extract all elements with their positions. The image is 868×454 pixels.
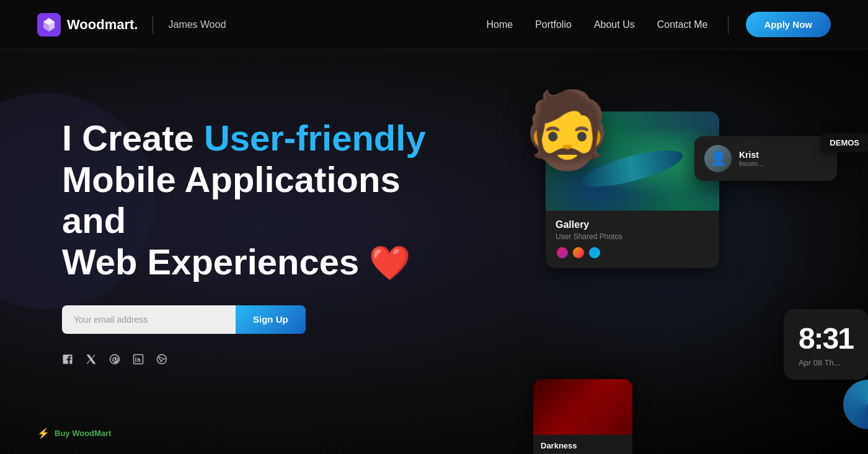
- notif-name: Krist: [739, 150, 763, 160]
- demos-badge: DEMOS: [821, 133, 868, 152]
- apply-now-button[interactable]: Apply Now: [746, 12, 831, 37]
- notif-avatar: 👤: [704, 145, 732, 172]
- nav-links: Home Portfolio About Us Contact Me: [486, 19, 707, 30]
- darkness-thumbnail: [533, 379, 632, 435]
- mini-avatar-3: [588, 246, 601, 260]
- buy-icon: ⚡: [37, 427, 50, 439]
- avatar-emoji: 🧔: [521, 87, 614, 174]
- gallery-subtitle: User Shared Photos: [556, 232, 709, 241]
- hero-title-part1: I Create: [62, 118, 204, 158]
- facebook-icon[interactable]: [62, 354, 73, 368]
- nav-portfolio[interactable]: Portfolio: [535, 19, 572, 30]
- nav-divider2: [728, 15, 728, 34]
- buy-woodmart-link[interactable]: ⚡ Buy WoodMart: [37, 427, 111, 439]
- gallery-footer: Gallery User Shared Photos: [546, 211, 719, 268]
- pinterest-icon[interactable]: [109, 354, 120, 368]
- nav-subtitle: James Wood: [168, 19, 226, 30]
- mini-avatar-1: [556, 246, 569, 260]
- navbar: Woodmart. James Wood Home Portfolio Abou…: [0, 0, 868, 50]
- clock-date: Apr 08 Th...: [799, 358, 853, 367]
- nav-divider: [153, 15, 153, 34]
- notif-sub: Incom...: [739, 160, 763, 167]
- hero-title: I Create User-friendly Mobile Applicatio…: [62, 118, 446, 283]
- clock-time: 8:31: [799, 321, 853, 356]
- twitter-x-icon[interactable]: [86, 354, 97, 368]
- gallery-title: Gallery: [556, 219, 709, 230]
- gallery-avatars: [556, 246, 709, 260]
- darkness-label: Darkness: [533, 435, 632, 454]
- signup-button[interactable]: Sign Up: [236, 305, 306, 334]
- nav-about[interactable]: About Us: [594, 19, 635, 30]
- notification-card: 👤 Krist Incom...: [694, 136, 837, 181]
- clock-widget: 8:31 Apr 08 Th...: [784, 309, 868, 380]
- social-icons: [62, 354, 446, 368]
- darkness-card: Darkness: [533, 379, 632, 454]
- logo-link[interactable]: Woodmart.: [37, 13, 138, 37]
- telegram-icon[interactable]: [156, 354, 167, 368]
- hero-left: I Create User-friendly Mobile Applicatio…: [62, 99, 446, 368]
- circle-decoration: [843, 380, 868, 429]
- nav-contact[interactable]: Contact Me: [657, 19, 708, 30]
- notif-text: Krist Incom...: [739, 150, 763, 167]
- hero-right: 🧔 Gallery User Shared Photos 👤 Krist Inc…: [484, 99, 818, 454]
- buy-link-text: Buy WoodMart: [55, 429, 111, 438]
- hero-heart-emoji: ❤️: [369, 244, 410, 281]
- hero-title-highlight: User-friendly: [204, 118, 426, 158]
- hero-title-part2: Mobile Applications andWeb Experiences: [62, 159, 401, 282]
- logo-icon: [37, 13, 61, 37]
- logo-text: Woodmart.: [67, 17, 138, 33]
- nav-home[interactable]: Home: [486, 19, 513, 30]
- email-input[interactable]: [62, 305, 236, 334]
- main-content: I Create User-friendly Mobile Applicatio…: [0, 50, 868, 454]
- email-form: Sign Up: [62, 305, 446, 334]
- linkedin-icon[interactable]: [133, 354, 144, 368]
- mini-avatar-2: [572, 246, 585, 260]
